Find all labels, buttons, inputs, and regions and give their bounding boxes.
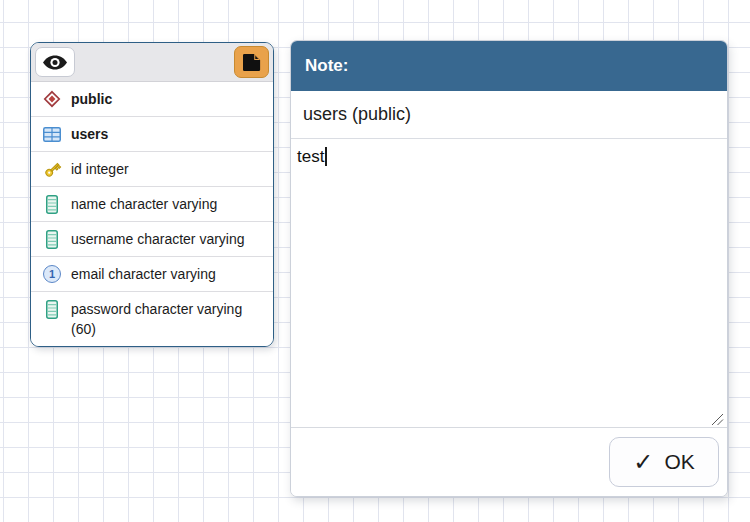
ok-button[interactable]: ✓ OK bbox=[609, 437, 719, 487]
note-dialog: Note: users (public) test ✓ OK bbox=[290, 40, 728, 497]
note-icon bbox=[241, 52, 262, 73]
column-row-email: 1 email character varying bbox=[31, 257, 273, 292]
note-button[interactable] bbox=[234, 46, 269, 78]
show-details-button[interactable] bbox=[35, 47, 75, 77]
note-dialog-title: Note: bbox=[291, 41, 727, 91]
column-label: email character varying bbox=[71, 264, 245, 284]
schema-row: public bbox=[31, 82, 273, 117]
table-name-row: users bbox=[31, 117, 273, 152]
table-node-toolbar bbox=[31, 43, 273, 82]
schema-diamond-icon bbox=[42, 89, 62, 109]
note-textarea[interactable]: test bbox=[291, 139, 727, 427]
note-dialog-footer: ✓ OK bbox=[291, 427, 727, 496]
table-node-users[interactable]: public users bbox=[30, 42, 274, 347]
column-label: name character varying bbox=[71, 194, 245, 214]
primary-key-icon bbox=[42, 159, 62, 179]
note-dialog-subtitle: users (public) bbox=[291, 91, 727, 139]
column-icon bbox=[42, 194, 62, 214]
note-text: test bbox=[297, 147, 324, 166]
check-icon: ✓ bbox=[633, 450, 653, 474]
column-icon bbox=[42, 229, 62, 249]
column-row-name: name character varying bbox=[31, 187, 273, 222]
text-caret bbox=[325, 147, 327, 166]
unique-key-icon: 1 bbox=[42, 264, 62, 284]
column-label: password character varying (60) bbox=[71, 299, 245, 339]
column-row-username: username character varying bbox=[31, 222, 273, 257]
eye-icon bbox=[43, 55, 67, 70]
table-name: users bbox=[71, 124, 245, 144]
ok-button-label: OK bbox=[664, 450, 694, 474]
table-grid-icon bbox=[42, 124, 62, 144]
column-icon bbox=[42, 299, 62, 319]
column-label: username character varying bbox=[71, 229, 245, 249]
column-label: id integer bbox=[71, 159, 245, 179]
column-row-id: id integer bbox=[31, 152, 273, 187]
resize-grip-icon[interactable] bbox=[711, 411, 724, 424]
schema-name: public bbox=[71, 89, 245, 109]
column-row-password: password character varying (60) bbox=[31, 292, 273, 346]
